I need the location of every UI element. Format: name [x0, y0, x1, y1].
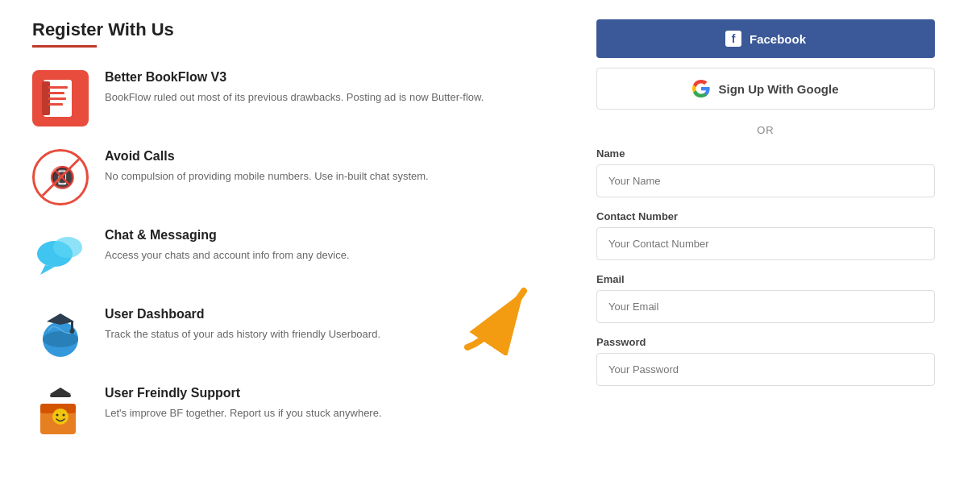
facebook-button[interactable]: f Facebook — [596, 19, 935, 58]
feature-text-dashboard: User Dashboard Track the status of your … — [105, 307, 380, 342]
chat-icon — [32, 228, 89, 284]
feature-desc-chat: Access your chats and account info from … — [105, 247, 350, 263]
svg-text:📵: 📵 — [49, 164, 76, 190]
facebook-label: Facebook — [750, 32, 806, 46]
feature-item-support: User Freindly Support Let's improve BF t… — [32, 386, 564, 442]
support-icon — [32, 386, 89, 442]
password-input[interactable] — [596, 353, 935, 386]
feature-desc-dashboard: Track the status of your ads history wit… — [105, 326, 380, 342]
dashboard-icon — [32, 307, 89, 363]
email-input[interactable] — [596, 290, 935, 323]
name-group: Name — [596, 147, 935, 197]
svg-point-12 — [43, 331, 78, 347]
svg-rect-3 — [48, 86, 68, 89]
title-underline — [32, 45, 97, 48]
svg-rect-6 — [48, 103, 63, 106]
svg-rect-5 — [48, 97, 66, 100]
feature-desc-support: Let's improve BF together. Report us if … — [105, 405, 382, 421]
password-group: Password — [596, 336, 935, 386]
contact-input[interactable] — [596, 227, 935, 260]
svg-marker-9 — [40, 265, 55, 275]
name-input[interactable] — [596, 164, 935, 197]
feature-item-dashboard: User Dashboard Track the status of your … — [32, 307, 564, 363]
page-title: Register With Us — [32, 19, 564, 40]
feature-text-support: User Freindly Support Let's improve BF t… — [105, 386, 382, 421]
feature-text-bookflow: Better BookFlow V3 BookFlow ruled out mo… — [105, 70, 484, 106]
feature-desc-bookflow: BookFlow ruled out most of its previous … — [105, 89, 484, 106]
google-button[interactable]: Sign Up With Google — [596, 68, 935, 110]
feature-item-avoid-calls: 📵 Avoid Calls No compulsion of providing… — [32, 149, 564, 205]
svg-rect-4 — [48, 92, 64, 94]
facebook-icon: f — [725, 31, 741, 47]
svg-rect-22 — [50, 394, 71, 397]
svg-point-20 — [56, 414, 59, 417]
no-phone-icon: 📵 — [32, 149, 89, 205]
svg-marker-23 — [50, 388, 71, 394]
google-label: Sign Up With Google — [718, 82, 838, 96]
feature-title-dashboard: User Dashboard — [105, 307, 380, 321]
right-panel: f Facebook Sign Up With Google OR Name C… — [596, 19, 935, 458]
left-panel: Register With Us Better BookFlow V3 Book… — [32, 19, 564, 458]
feature-title-chat: Chat & Messaging — [105, 228, 350, 243]
svg-point-21 — [63, 414, 65, 417]
feature-text-chat: Chat & Messaging Access your chats and a… — [105, 228, 350, 263]
or-divider: OR — [596, 110, 935, 147]
feature-title-avoid-calls: Avoid Calls — [105, 149, 429, 164]
feature-item-bookflow: Better BookFlow V3 BookFlow ruled out mo… — [32, 70, 564, 127]
feature-list: Better BookFlow V3 BookFlow ruled out mo… — [32, 70, 564, 442]
google-icon — [692, 80, 710, 97]
book-icon — [32, 70, 89, 127]
feature-item-chat: Chat & Messaging Access your chats and a… — [32, 228, 564, 284]
email-group: Email — [596, 273, 935, 323]
contact-label: Contact Number — [596, 210, 935, 222]
feature-title-bookflow: Better BookFlow V3 — [105, 70, 484, 85]
svg-marker-13 — [47, 313, 74, 325]
feature-text-avoid-calls: Avoid Calls No compulsion of providing m… — [105, 149, 429, 185]
password-label: Password — [596, 336, 935, 348]
arrow-icon — [459, 275, 556, 355]
contact-group: Contact Number — [596, 210, 935, 260]
email-label: Email — [596, 273, 935, 285]
svg-point-15 — [70, 329, 75, 334]
name-label: Name — [596, 147, 935, 160]
svg-point-19 — [52, 409, 69, 425]
feature-desc-avoid-calls: No compulsion of providing mobile number… — [105, 168, 429, 185]
feature-title-support: User Freindly Support — [105, 386, 382, 400]
page-wrapper: Register With Us Better BookFlow V3 Book… — [0, 0, 980, 477]
svg-point-10 — [53, 237, 82, 258]
